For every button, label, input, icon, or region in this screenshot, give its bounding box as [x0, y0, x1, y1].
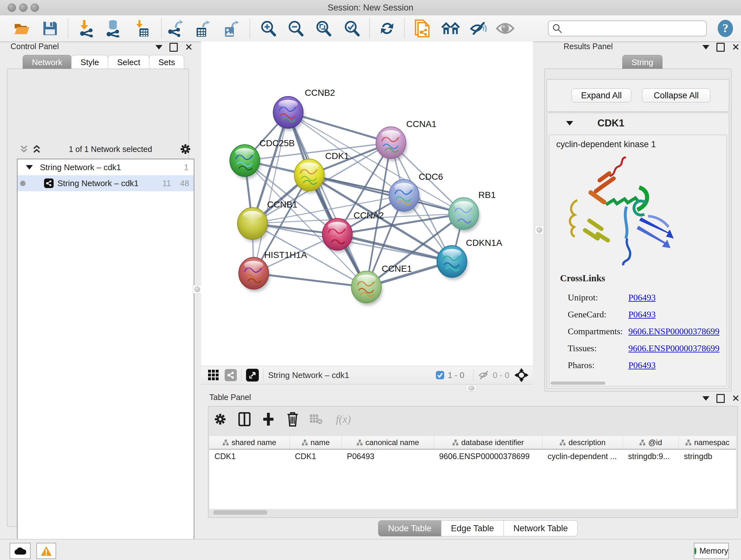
- column-header[interactable]: name: [290, 436, 342, 449]
- birds-eye-view-icon[interactable]: [515, 368, 529, 382]
- node-label-CCNB2: CCNB2: [305, 88, 335, 98]
- protein-section-header[interactable]: CDK1: [547, 113, 729, 133]
- import-network-file-button[interactable]: [77, 19, 96, 38]
- right-splitter-handle[interactable]: [535, 226, 544, 234]
- column-header[interactable]: canonical name: [342, 436, 434, 449]
- expand-all-button[interactable]: Expand All: [571, 88, 631, 103]
- collapse-all-chevron-icon[interactable]: [19, 145, 28, 153]
- close-panel-icon[interactable]: ✕: [732, 44, 740, 51]
- export-table-button[interactable]: [193, 19, 212, 38]
- show-graphics-details-button[interactable]: [496, 19, 515, 38]
- float-panel-icon[interactable]: [170, 43, 178, 52]
- control-panel-tabs: Network Style Select Sets: [23, 55, 184, 69]
- crosslink-value-link[interactable]: P06493: [628, 360, 656, 370]
- float-panel-icon[interactable]: [717, 43, 725, 52]
- minimize-panel-icon[interactable]: [702, 396, 710, 401]
- network-edge-HIST1H1A-CCNE1[interactable]: [254, 273, 366, 287]
- tab-select[interactable]: Select: [108, 55, 149, 69]
- network-node-CCNB1[interactable]: CCNB1: [238, 199, 297, 242]
- crosslink-value-link[interactable]: 9606.ENSP00000378699: [628, 343, 719, 353]
- zoom-selected-button[interactable]: [342, 19, 361, 38]
- network-row-selected[interactable]: String Network – cdk1 11 48: [17, 175, 194, 191]
- network-node-HIST1H1A[interactable]: HIST1H1A: [239, 250, 307, 292]
- tab-node-table[interactable]: Node Table: [378, 520, 441, 537]
- network-node-CDKN1A[interactable]: CDKN1A: [437, 238, 502, 280]
- show-columns-button[interactable]: [237, 411, 253, 427]
- cloud-status-button[interactable]: [10, 543, 30, 559]
- results-panel-controls: ✕: [702, 43, 740, 52]
- import-network-database-button[interactable]: [104, 19, 122, 38]
- network-canvas[interactable]: CCNB2CCNA1CDC25BCDK1CDC6RB1CCNB1CCNA2CDK…: [201, 42, 533, 366]
- network-edge-CCNB2-HIST1H1A[interactable]: [254, 112, 288, 273]
- collapse-all-button[interactable]: Collapse All: [642, 88, 711, 103]
- tab-network[interactable]: Network: [23, 55, 71, 69]
- section-expander-icon[interactable]: [566, 121, 573, 125]
- crosslink-value-link[interactable]: 9606.ENSP00000378699: [628, 326, 719, 336]
- warnings-button[interactable]: [37, 543, 56, 559]
- folder-icon: [13, 20, 30, 37]
- left-splitter-handle[interactable]: [193, 285, 202, 294]
- network-share-view-icon[interactable]: [225, 369, 237, 381]
- tab-edge-table[interactable]: Edge Table: [441, 520, 504, 537]
- column-header[interactable]: shared name: [209, 436, 290, 449]
- table-horizontal-scrollbar-thumb[interactable]: [213, 510, 267, 515]
- close-panel-icon[interactable]: ✕: [732, 395, 740, 402]
- search-field[interactable]: [548, 20, 707, 37]
- network-edge-CCNB2-CCNE1[interactable]: [288, 112, 366, 287]
- network-node-RB1[interactable]: RB1: [449, 190, 495, 232]
- string-network-graph[interactable]: CCNB2CCNA1CDC25BCDK1CDC6RB1CCNB1CCNA2CDK…: [201, 42, 533, 366]
- close-panel-icon[interactable]: ✕: [185, 44, 193, 51]
- delete-column-button[interactable]: [285, 411, 300, 427]
- network-collection-row[interactable]: String Network – cdk1 1: [17, 159, 194, 175]
- open-session-button[interactable]: [12, 19, 31, 38]
- refresh-button[interactable]: [378, 19, 396, 38]
- column-type-icon: [356, 439, 363, 446]
- string-import-button[interactable]: [413, 19, 432, 38]
- network-node-CDC6[interactable]: CDC6: [389, 172, 443, 214]
- network-options-gear-icon[interactable]: [180, 143, 191, 155]
- export-network-button[interactable]: [166, 19, 185, 38]
- column-header[interactable]: namespac: [679, 436, 736, 449]
- expand-all-chevron-icon[interactable]: [32, 145, 41, 153]
- create-column-button[interactable]: [260, 411, 276, 427]
- export-image-button[interactable]: [222, 19, 240, 38]
- crosslink-value-link[interactable]: P06493: [628, 293, 656, 302]
- tab-string[interactable]: String: [622, 55, 663, 69]
- results-panel-tabs: String: [622, 55, 662, 69]
- minimize-panel-icon[interactable]: [702, 45, 710, 50]
- bottom-splitter-handle[interactable]: [466, 385, 476, 391]
- tab-style[interactable]: Style: [71, 55, 108, 69]
- selected-checkbox-icon[interactable]: [435, 371, 445, 380]
- zoom-fit-button[interactable]: [314, 19, 333, 38]
- zoom-out-button[interactable]: [286, 19, 305, 38]
- minimize-panel-icon[interactable]: [155, 45, 162, 50]
- horizontal-scrollbar-thumb[interactable]: [550, 381, 605, 385]
- control-panel-title: Control Panel: [10, 42, 59, 51]
- help-button[interactable]: ?: [716, 19, 735, 38]
- export-table-icon: [194, 19, 211, 37]
- network-node-CCNE1[interactable]: CCNE1: [351, 264, 412, 306]
- column-header[interactable]: description: [542, 436, 623, 449]
- grid-view-icon[interactable]: [208, 370, 219, 381]
- crosslink-label: Pharos:: [568, 357, 628, 374]
- column-header[interactable]: @id: [623, 436, 679, 449]
- zoom-in-button[interactable]: [259, 19, 277, 38]
- hidden-elements-eye-icon[interactable]: [478, 370, 489, 380]
- collection-expander-icon[interactable]: [26, 165, 33, 170]
- float-panel-icon[interactable]: [717, 394, 725, 403]
- hide-graphics-details-button[interactable]: [469, 19, 488, 38]
- import-table-file-button[interactable]: [132, 19, 151, 38]
- search-input[interactable]: [565, 23, 706, 33]
- crosslink-value-link[interactable]: P06493: [628, 309, 656, 319]
- open-in-new-window-button[interactable]: [246, 369, 259, 381]
- column-header[interactable]: database identifier: [434, 436, 542, 449]
- tab-network-table[interactable]: Network Table: [503, 520, 578, 537]
- home-button[interactable]: [441, 19, 460, 38]
- memory-button[interactable]: Memory: [694, 543, 729, 559]
- column-type-icon: [452, 439, 459, 446]
- tab-sets[interactable]: Sets: [149, 55, 184, 69]
- table-row[interactable]: CDK1 CDK1 P06493 9606.ENSP00000378699 cy…: [209, 449, 736, 463]
- table-settings-button[interactable]: [212, 411, 228, 427]
- save-session-button[interactable]: [41, 19, 59, 38]
- network-node-CCNA1[interactable]: CCNA1: [376, 119, 436, 161]
